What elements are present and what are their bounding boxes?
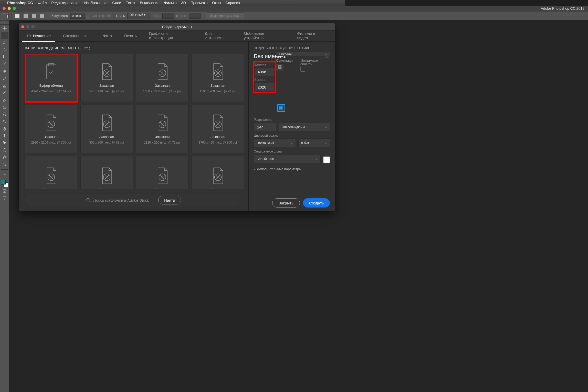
- preset-card[interactable]: Заказная 1100 x 900 пикс. @ 72 ppi: [192, 54, 244, 102]
- dialog-close-icon[interactable]: [21, 25, 24, 28]
- gradient-tool-icon[interactable]: [1, 104, 8, 111]
- window-minimize-button[interactable]: [8, 7, 11, 10]
- selection-add-icon[interactable]: [22, 13, 29, 19]
- screenmode-icon[interactable]: [1, 195, 8, 201]
- orientation-landscape[interactable]: [277, 104, 285, 112]
- quick-select-tool-icon[interactable]: [1, 47, 8, 53]
- stock-find-button[interactable]: Найти: [158, 196, 181, 204]
- preset-card[interactable]: Заказная 800 x 260 пикс. @ 72 ppi: [80, 105, 133, 153]
- preset-card[interactable]: Заказная: [192, 156, 244, 189]
- shape-tool-icon[interactable]: [1, 147, 8, 154]
- stamp-tool-icon[interactable]: [1, 82, 8, 89]
- preset-card[interactable]: Буфер обмена 4096 x 2026 пикс. @ 144 ppi: [25, 54, 77, 102]
- menu-filter[interactable]: Фильтр: [164, 1, 177, 5]
- select-and-mask-button[interactable]: Выделение и маска...: [206, 13, 244, 19]
- close-button[interactable]: Закрыть: [272, 198, 300, 208]
- quickmask-icon[interactable]: [1, 188, 8, 194]
- menu-select[interactable]: Выделение: [140, 1, 160, 5]
- menu-type[interactable]: Текст: [126, 1, 135, 5]
- tab-web[interactable]: Для Интернета: [200, 30, 236, 42]
- move-tool-icon[interactable]: [1, 25, 8, 32]
- menu-file[interactable]: Файл: [38, 1, 47, 5]
- pen-tool-icon[interactable]: [1, 125, 8, 132]
- type-tool-icon[interactable]: T: [1, 133, 8, 139]
- preset-card[interactable]: Заказная: [80, 156, 133, 189]
- menu-3d[interactable]: 3D: [181, 1, 186, 5]
- tab-recent[interactable]: Недавние: [22, 30, 55, 42]
- resolution-field[interactable]: [254, 123, 276, 131]
- style-label: Стиль:: [116, 14, 125, 18]
- height-field[interactable]: [254, 83, 275, 91]
- tab-print[interactable]: Печать: [120, 30, 141, 42]
- tab-saved[interactable]: Сохраненные: [58, 30, 92, 42]
- width-field-label: Ширина: [254, 63, 275, 66]
- preset-card[interactable]: Заказная 1700 x 450 пикс. @ 300 ppi: [192, 105, 244, 153]
- menu-layers[interactable]: Слои: [112, 1, 121, 5]
- preset-card[interactable]: Заказная 540 x 180 пикс. @ 72 ppi: [80, 54, 133, 102]
- history-brush-tool-icon[interactable]: [1, 90, 8, 96]
- orientation-portrait[interactable]: [276, 63, 284, 71]
- resolution-units-select[interactable]: Пикселы/дюйм⌄: [279, 123, 330, 131]
- options-bar: Растушевка: Сглаживание Стиль: Обычный ▾…: [0, 11, 345, 20]
- color-swatch[interactable]: [1, 180, 8, 187]
- blur-tool-icon[interactable]: [1, 111, 8, 118]
- create-button[interactable]: Создать: [303, 198, 330, 208]
- hand-tool-icon[interactable]: [1, 154, 8, 161]
- preset-subtitle: 540 x 180 пикс. @ 72 ppi: [89, 90, 124, 93]
- menu-edit[interactable]: Редактирование: [51, 1, 79, 5]
- svg-point-4: [3, 120, 5, 122]
- preset-title: Заказная: [155, 188, 170, 189]
- tab-film[interactable]: Фильмы и видео: [292, 30, 331, 42]
- crop-tool-icon[interactable]: [1, 54, 8, 60]
- healing-tool-icon[interactable]: [1, 68, 8, 75]
- window-zoom-button[interactable]: [13, 7, 16, 10]
- dodge-tool-icon[interactable]: [1, 118, 8, 125]
- background-color-chip[interactable]: [323, 156, 330, 163]
- toolbox-collapse-icon[interactable]: »: [0, 21, 9, 25]
- clipboard-icon: [44, 62, 58, 82]
- stock-search-input[interactable]: Поиск шаблонов в Adobe Stock: [93, 198, 149, 202]
- app-name[interactable]: Photoshop CC: [7, 1, 33, 5]
- colormode-select[interactable]: Цвета RGB⌄: [254, 138, 296, 147]
- preset-card[interactable]: Заказная: [25, 156, 77, 189]
- feather-input[interactable]: [70, 13, 85, 19]
- zoom-tool-icon[interactable]: [1, 161, 8, 168]
- eraser-tool-icon[interactable]: [1, 97, 8, 103]
- preset-card[interactable]: Заказная 2920 x 2159 пикс. @ 300 ppi: [25, 105, 77, 153]
- feather-label: Растушевка:: [51, 14, 69, 18]
- bitdepth-select[interactable]: 8 бит⌄: [298, 138, 330, 147]
- preset-card[interactable]: Заказная: [136, 156, 188, 189]
- dialog-tabs: Недавние Сохраненные Фото Печать Графика…: [19, 30, 335, 42]
- width-input: [162, 13, 174, 19]
- tab-photo[interactable]: Фото: [98, 30, 116, 42]
- colormode-label: Цветовой режим: [254, 134, 330, 137]
- preset-title: Заказная: [99, 188, 114, 189]
- artboards-checkbox[interactable]: [300, 67, 305, 72]
- menu-window[interactable]: Окно: [212, 1, 221, 5]
- preset-subtitle: 2920 x 2159 пикс. @ 300 ppi: [31, 141, 71, 144]
- menu-help[interactable]: Справка: [225, 1, 240, 5]
- units-select[interactable]: Пикселы⌄: [276, 52, 330, 56]
- tool-preset-icon[interactable]: [2, 13, 9, 19]
- menu-view[interactable]: Просмотр: [191, 1, 207, 5]
- menu-image[interactable]: Изображение: [84, 1, 108, 5]
- tab-mobile[interactable]: Мобильное устройство: [239, 30, 289, 42]
- path-select-tool-icon[interactable]: [1, 140, 8, 146]
- window-close-button[interactable]: [3, 7, 6, 10]
- background-select[interactable]: Белый фон⌄: [254, 154, 321, 163]
- brush-tool-icon[interactable]: [1, 75, 8, 82]
- style-select[interactable]: Обычный ▾: [127, 13, 151, 19]
- marquee-tool-icon[interactable]: [1, 32, 8, 39]
- selection-subtract-icon[interactable]: [30, 13, 37, 19]
- selection-intersect-icon[interactable]: [39, 13, 45, 19]
- tab-art[interactable]: Графика и иллюстрации: [144, 30, 197, 42]
- preset-card[interactable]: Заказная 1300 x 1000 пикс. @ 72 ppi: [136, 54, 188, 102]
- preset-card[interactable]: Заказная 1120 x 250 пикс. @ 72 ppi: [136, 105, 188, 153]
- selection-new-icon[interactable]: [14, 13, 21, 19]
- edit-toolbar-icon[interactable]: ⋯: [1, 171, 8, 178]
- width-field[interactable]: [254, 67, 275, 76]
- lasso-tool-icon[interactable]: [1, 39, 8, 46]
- document-icon: [100, 62, 114, 82]
- advanced-toggle[interactable]: › Дополнительные параметры: [254, 167, 330, 171]
- eyedropper-tool-icon[interactable]: [1, 61, 8, 68]
